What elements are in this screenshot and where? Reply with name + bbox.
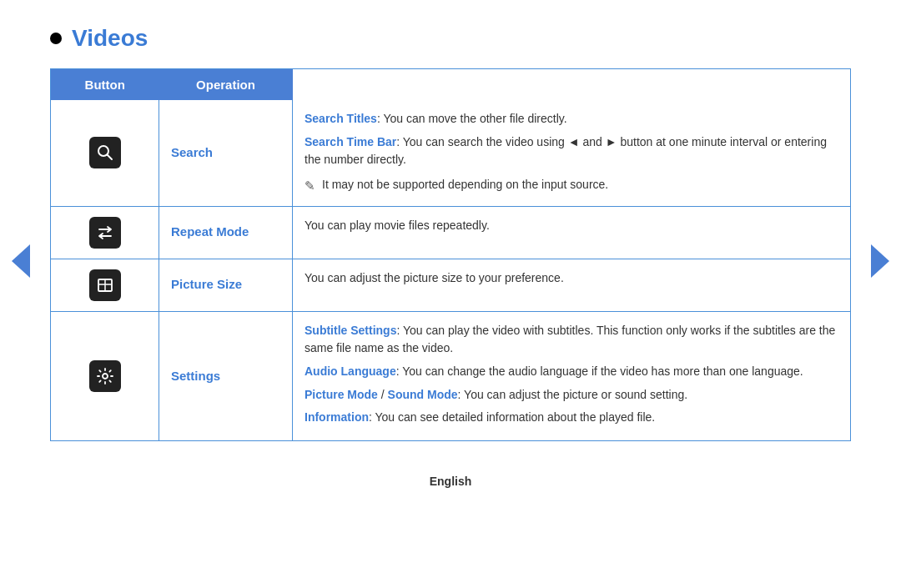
icon-cell — [51, 100, 159, 206]
plain-text: You can adjust the picture size to your … — [305, 271, 564, 284]
icon-cell — [51, 259, 159, 311]
operations-table: Button Operation SearchSearch Titles: Yo… — [50, 68, 851, 441]
plain-text: You can play movie files repeatedly. — [305, 219, 490, 232]
highlight-label: Subtitle Settings — [305, 324, 396, 337]
bullet-dot — [50, 33, 62, 44]
footer-language: English — [50, 475, 851, 488]
operation-cell: You can adjust the picture size to your … — [293, 259, 851, 311]
note-row: ✎It may not be supported depending on th… — [305, 176, 838, 196]
prev-page-button[interactable] — [8, 240, 33, 282]
svg-point-5 — [103, 374, 108, 379]
page-title: Videos — [72, 25, 148, 52]
operation-cell: Search Titles: You can move the other fi… — [293, 100, 851, 206]
next-page-button[interactable] — [868, 240, 893, 282]
table-row: SettingsSubtitle Settings: You can play … — [51, 311, 851, 440]
settings-icon — [89, 360, 121, 392]
left-arrow-icon — [12, 244, 30, 278]
icon-cell — [51, 206, 159, 259]
plain-text: : You can change the audio language if t… — [396, 364, 803, 378]
table-header-row: Button Operation — [51, 69, 851, 101]
feature-name: Search — [159, 100, 293, 206]
table-row: Picture SizeYou can adjust the picture s… — [51, 259, 851, 311]
highlight-label: Search Titles — [305, 112, 377, 125]
highlight-label: Search Time Bar — [305, 135, 396, 148]
highlight-label: Audio Language — [305, 364, 396, 378]
right-arrow-icon — [871, 244, 889, 278]
table-row: SearchSearch Titles: You can move the ot… — [51, 100, 851, 206]
search-icon — [89, 137, 121, 168]
feature-name: Picture Size — [159, 259, 293, 311]
operation-cell: Subtitle Settings: You can play the vide… — [293, 311, 851, 440]
table-row: Repeat ModeYou can play movie files repe… — [51, 206, 851, 259]
highlight-label: Information — [305, 410, 369, 424]
repeat-icon — [89, 217, 121, 249]
col-header-button: Button — [51, 69, 159, 101]
feature-name: Settings — [159, 311, 293, 440]
highlight-label: Sound Mode — [388, 388, 458, 401]
note-text: It may not be supported depending on the… — [322, 176, 608, 193]
operation-cell: You can play movie files repeatedly. — [293, 206, 851, 259]
feature-name: Repeat Mode — [159, 206, 293, 259]
col-header-operation: Operation — [159, 69, 293, 101]
page-title-row: Videos — [50, 25, 851, 52]
page-container: Videos Button Operation SearchSearch Tit… — [0, 0, 901, 521]
picture-size-icon — [89, 269, 121, 301]
plain-text: : You can move the other file directly. — [377, 112, 567, 125]
svg-line-1 — [107, 155, 112, 160]
plain-text: : You can adjust the picture or sound se… — [458, 388, 688, 401]
plain-text: / — [378, 388, 388, 401]
highlight-label: Picture Mode — [305, 388, 378, 401]
icon-cell — [51, 311, 159, 440]
note-icon: ✎ — [305, 177, 315, 196]
plain-text: : You can see detailed information about… — [369, 410, 655, 424]
